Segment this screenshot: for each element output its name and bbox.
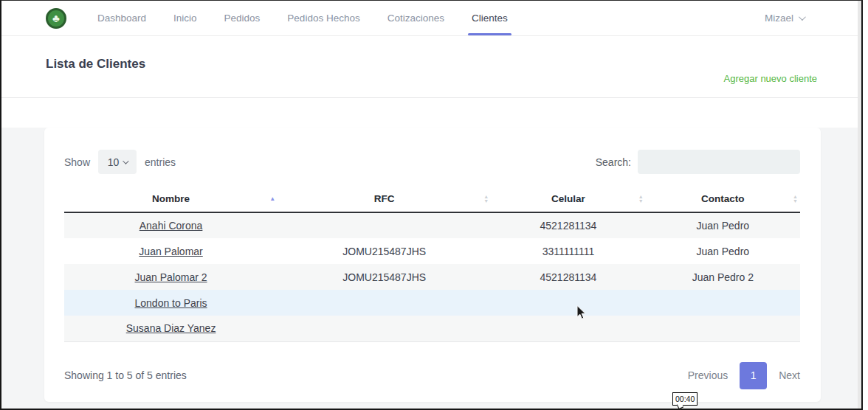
column-label: RFC <box>374 193 395 204</box>
client-name-link[interactable]: London to Paris <box>135 297 207 309</box>
pagination: Previous 1 Next <box>688 362 800 389</box>
search-input[interactable] <box>638 150 800 174</box>
page-body: Show 10 entries Search: <box>1 128 861 410</box>
client-name-link[interactable]: Susana Diaz Yanez <box>126 322 216 334</box>
contacto-cell: Juan Pedro <box>646 238 800 264</box>
app-window: ♣ Dashboard Inicio Pedidos Pedidos Hecho… <box>0 0 863 410</box>
chevron-down-icon <box>123 158 128 164</box>
show-label: Show <box>64 156 90 168</box>
user-menu[interactable]: Mizael <box>765 13 804 24</box>
timestamp-value: 00:40 <box>675 395 695 403</box>
client-name-link[interactable]: Juan Palomar <box>139 246 202 257</box>
chevron-down-icon <box>799 13 806 21</box>
rfc-cell <box>278 316 491 341</box>
contacto-cell: Juan Pedro <box>646 212 800 238</box>
sort-both-icon: ▲ ▼ <box>793 195 798 204</box>
sort-both-icon: ▲ ▼ <box>483 195 489 204</box>
show-entries-control: Show 10 entries <box>64 150 176 174</box>
celular-cell: 4521281134 <box>491 264 645 290</box>
rfc-cell <box>278 212 491 238</box>
column-label: Nombre <box>152 193 190 204</box>
table-row: Juan Palomar JOMU215487JHS 3311111111 Ju… <box>64 238 800 264</box>
nav-item-dashboard[interactable]: Dashboard <box>97 1 146 35</box>
celular-cell: 3311111111 <box>491 238 645 264</box>
rfc-cell <box>278 290 491 316</box>
search-control: Search: <box>596 150 800 174</box>
client-name-link[interactable]: Anahi Corona <box>140 220 203 232</box>
showing-info: Showing 1 to 5 of 5 entries <box>64 369 187 381</box>
clients-card: Show 10 entries Search: <box>44 128 821 402</box>
clover-icon: ♣ <box>52 13 60 24</box>
sort-ascending-icon: ▲ <box>269 197 275 201</box>
column-header-rfc[interactable]: RFC ▲ ▼ <box>278 186 491 212</box>
page-size-select[interactable]: 10 <box>98 150 137 174</box>
table-row-hovered: London to Paris <box>64 290 800 316</box>
table-row: Susana Diaz Yanez <box>64 316 800 341</box>
nav-item-clientes[interactable]: Clientes <box>472 1 508 35</box>
table-row: Anahi Corona 4521281134 Juan Pedro <box>64 212 800 238</box>
celular-cell <box>491 290 645 316</box>
contacto-cell: Juan Pedro 2 <box>646 264 800 290</box>
next-page-button[interactable]: Next <box>779 369 800 381</box>
table-row: Juan Palomar 2 JOMU215487JHS 4521281134 … <box>64 264 800 290</box>
celular-cell: 4521281134 <box>491 212 645 238</box>
contacto-cell <box>646 316 800 341</box>
celular-cell <box>491 316 645 341</box>
table-header-row: Nombre ▲ RFC ▲ ▼ <box>64 186 800 212</box>
rfc-cell: JOMU215487JHS <box>278 264 491 290</box>
page-size-value: 10 <box>108 156 120 168</box>
clients-table: Nombre ▲ RFC ▲ ▼ <box>64 186 800 342</box>
sort-both-icon: ▲ ▼ <box>638 195 644 204</box>
nav-item-pedidos-hechos[interactable]: Pedidos Hechos <box>287 1 359 35</box>
search-label: Search: <box>596 156 631 168</box>
client-name-link[interactable]: Juan Palomar 2 <box>135 271 207 283</box>
top-navbar: ♣ Dashboard Inicio Pedidos Pedidos Hecho… <box>1 1 861 36</box>
contacto-cell <box>646 290 800 316</box>
column-label: Contacto <box>701 193 745 204</box>
brand-logo[interactable]: ♣ <box>46 8 66 29</box>
previous-page-button[interactable]: Previous <box>688 369 728 381</box>
recording-timestamp: 00:40 <box>672 392 698 406</box>
table-controls: Show 10 entries Search: <box>44 128 821 174</box>
column-header-contacto[interactable]: Contacto ▲ ▼ <box>646 186 800 212</box>
page-title: Lista de Clientes <box>1 36 861 72</box>
current-page-button[interactable]: 1 <box>740 362 767 389</box>
add-client-link[interactable]: Agregar nuevo cliente <box>724 73 817 84</box>
column-label: Celular <box>551 193 585 204</box>
page-header: Lista de Clientes Agregar nuevo cliente <box>1 36 861 98</box>
nav-item-pedidos[interactable]: Pedidos <box>224 1 261 35</box>
nav-items: Dashboard Inicio Pedidos Pedidos Hechos … <box>97 1 508 35</box>
column-header-celular[interactable]: Celular ▲ ▼ <box>491 186 645 212</box>
table-footer: Showing 1 to 5 of 5 entries Previous 1 N… <box>44 342 821 389</box>
vertical-scrollbar[interactable] <box>858 1 861 409</box>
column-header-nombre[interactable]: Nombre ▲ <box>64 186 278 212</box>
nav-item-cotizaciones[interactable]: Cotizaciones <box>388 1 444 35</box>
rfc-cell: JOMU215487JHS <box>278 238 491 264</box>
entries-label: entries <box>145 156 176 168</box>
user-name: Mizael <box>765 13 793 24</box>
nav-item-inicio[interactable]: Inicio <box>173 1 197 35</box>
